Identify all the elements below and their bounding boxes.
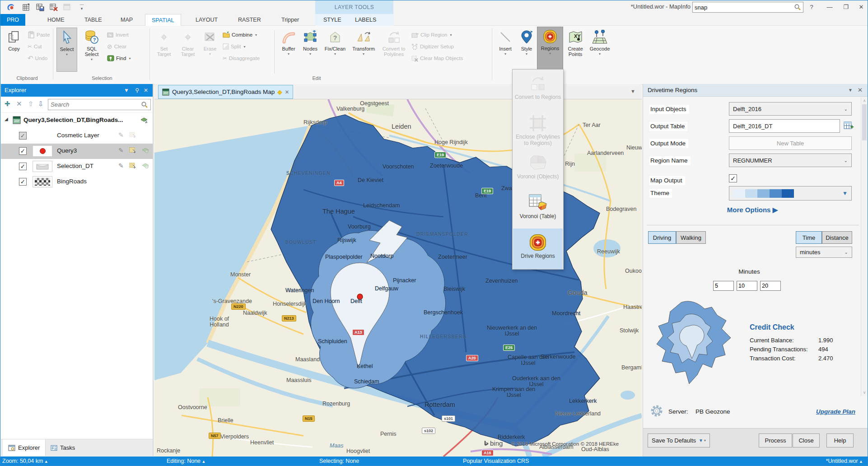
layer-style-swatch[interactable] <box>33 176 52 187</box>
geocode-button[interactable]: Geocode <box>588 28 612 72</box>
scroll-down-icon[interactable]: ∨ <box>861 390 868 395</box>
minimize-button[interactable]: — <box>823 2 836 12</box>
search-box[interactable] <box>692 2 803 13</box>
minutes-input-1[interactable] <box>713 281 734 291</box>
layer-checkbox[interactable]: ✓ <box>19 178 27 186</box>
tab-layout[interactable]: LAYOUT <box>189 14 224 26</box>
help-button[interactable]: Help <box>826 433 854 447</box>
select-button[interactable]: Select <box>56 28 77 72</box>
tab-raster[interactable]: RASTER <box>232 14 267 26</box>
region-name-select[interactable]: REGNUMMER ⌄ <box>729 154 852 167</box>
process-button[interactable]: Process <box>759 433 792 447</box>
search-input[interactable] <box>695 4 794 11</box>
tab-pro[interactable]: PRO <box>0 14 25 26</box>
minutes-input-3[interactable] <box>760 281 781 291</box>
close-panel-button[interactable]: Close <box>793 433 820 447</box>
layer-row-query3[interactable]: ✓ Query3 ✎ <box>1 144 153 159</box>
panel-scrollbar[interactable]: ∧ ∨ <box>861 97 868 396</box>
walking-toggle[interactable]: Walking <box>676 231 706 244</box>
zoom-range-icon[interactable] <box>142 147 149 153</box>
tab-labels[interactable]: LABELS <box>355 14 376 26</box>
restore-button[interactable]: ❐ <box>840 2 852 12</box>
quick-access-customize-icon[interactable]: —▾ <box>77 3 86 12</box>
pin-icon[interactable]: ⚲ <box>135 84 139 97</box>
layer-checkbox[interactable]: ✓ <box>19 147 27 155</box>
move-up-icon[interactable]: ⇧ <box>28 100 34 108</box>
layer-checkbox[interactable]: ✓ <box>19 163 27 170</box>
menu-item-drive-regions[interactable]: Drive Regions <box>513 228 563 269</box>
move-down-icon[interactable]: ⇩ <box>38 100 44 108</box>
layer-control-icon[interactable] <box>140 116 148 123</box>
zoom-range-icon[interactable] <box>142 162 149 168</box>
edit-style-icon[interactable]: ✎ <box>118 162 124 169</box>
regions-button[interactable]: Regions <box>537 27 563 72</box>
combine-button[interactable]: Combine <box>223 29 257 40</box>
map-canvas[interactable]: ValkenburgOegstgeestRijksdorpLeidenHoge … <box>154 99 642 457</box>
more-options-link[interactable]: More Options ▶ <box>643 206 862 214</box>
scroll-up-icon[interactable]: ∧ <box>861 98 868 103</box>
selectable-icon[interactable] <box>129 147 136 153</box>
style-button[interactable]: Style <box>517 28 536 72</box>
layer-style-swatch[interactable] <box>33 161 52 172</box>
add-layer-icon[interactable]: ✚ <box>5 100 10 108</box>
explorer-search-box[interactable] <box>48 99 151 110</box>
panel-dropdown-icon[interactable]: ▼ <box>124 84 129 97</box>
distance-toggle[interactable]: Distance <box>822 231 852 244</box>
output-table-input[interactable]: Delft_2016_DT <box>729 119 840 133</box>
gear-icon[interactable] <box>649 404 664 418</box>
tab-map[interactable]: MAP <box>114 14 139 26</box>
time-toggle[interactable]: Time <box>796 231 822 244</box>
map-document-tab[interactable]: Query3,Selection_DT,BingRoads Map ◆ ✕ <box>158 85 293 99</box>
search-icon[interactable] <box>141 101 148 108</box>
create-points-button[interactable]: XY Create Points <box>565 28 586 72</box>
minutes-input-2[interactable] <box>737 281 757 291</box>
driving-toggle[interactable]: Driving <box>648 231 676 244</box>
upgrade-plan-link[interactable]: Upgrade Plan <box>816 408 855 415</box>
menu-item-voronoi-table[interactable]: Voronoi (Table) <box>513 189 563 228</box>
status-crs[interactable]: Popular Visualization CRS <box>463 458 529 464</box>
status-zoom[interactable]: Zoom: 50,04 km <box>2 458 48 464</box>
close-button[interactable]: ✕ <box>855 2 868 12</box>
save-workspace-icon[interactable] <box>36 3 45 12</box>
tab-table[interactable]: TABLE <box>78 14 108 26</box>
status-editing[interactable]: Editing: None <box>167 458 205 464</box>
explorer-search-input[interactable] <box>51 101 141 108</box>
find-button[interactable]: Find <box>107 53 131 64</box>
transform-button[interactable]: Transform <box>350 28 377 72</box>
insert-button[interactable]: Insert <box>495 28 515 72</box>
tab-explorer[interactable]: Explorer <box>3 439 46 456</box>
remove-layer-icon[interactable]: ✕ <box>16 100 22 108</box>
sql-select-button[interactable]: ? SQL Select <box>80 28 103 72</box>
layer-row-bingroads[interactable]: ✓ BingRoads <box>1 174 153 190</box>
panel-close-icon[interactable]: ✕ <box>144 84 148 97</box>
buffer-button[interactable]: Buffer <box>279 28 299 72</box>
panel-menu-chevron-icon[interactable]: ▼ <box>848 84 853 97</box>
tab-tripper[interactable]: Tripper <box>275 14 305 26</box>
new-table-icon-button[interactable] <box>844 121 854 130</box>
input-objects-select[interactable]: Delft_2016 ⌄ <box>729 102 852 116</box>
map-tab-close-icon[interactable]: ✕ <box>285 89 289 95</box>
scrollbar-thumb[interactable] <box>862 104 867 140</box>
layer-row-selection-dt[interactable]: ✓ Selection_DT ✎ <box>1 159 153 174</box>
tab-style[interactable]: STYLE <box>323 14 341 26</box>
new-table-icon[interactable] <box>22 3 31 12</box>
copy-button[interactable]: Copy <box>3 28 25 72</box>
layer-row-cosmetic[interactable]: ✓ Cosmetic Layer ✎ <box>1 128 153 144</box>
tab-tasks[interactable]: Tasks <box>45 439 80 456</box>
collapse-arrow-icon[interactable]: ◢ <box>5 116 8 121</box>
help-window-button[interactable]: ? <box>805 2 818 12</box>
nodes-button[interactable]: Nodes <box>300 28 320 72</box>
units-select[interactable]: minutes ⌄ <box>796 247 852 258</box>
map-output-checkbox[interactable]: ✓ <box>729 174 737 182</box>
layer-checkbox[interactable]: ✓ <box>19 132 27 140</box>
save-to-defaults-button[interactable]: Save To Defaults ▼ <box>648 433 710 447</box>
edit-style-icon[interactable]: ✎ <box>118 147 124 154</box>
theme-select[interactable]: ▼ <box>729 186 852 200</box>
tab-spatial[interactable]: SPATIAL <box>145 14 181 26</box>
selectable-icon[interactable] <box>129 162 136 168</box>
tab-list-chevron-icon[interactable]: ▼ <box>630 89 635 94</box>
search-icon[interactable] <box>794 4 801 11</box>
tab-home[interactable]: HOME <box>41 14 71 26</box>
layer-style-swatch[interactable] <box>33 145 52 157</box>
panel-close-icon[interactable]: ✕ <box>858 84 863 97</box>
